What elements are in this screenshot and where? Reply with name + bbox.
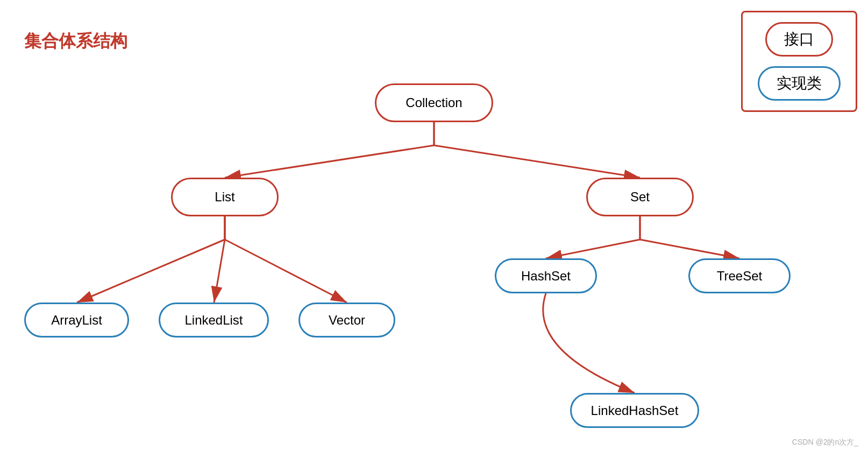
svg-line-12	[546, 240, 640, 258]
page-title: 集合体系结构	[24, 30, 127, 53]
watermark: CSDN @2的n次方_	[792, 438, 858, 447]
diagram-lines	[0, 0, 868, 457]
legend-impl-label: 实现类	[758, 66, 841, 101]
legend-impl-item: 实现类	[758, 66, 841, 101]
node-linkedlist: LinkedList	[159, 303, 269, 338]
svg-line-8	[214, 240, 225, 303]
svg-line-10	[225, 240, 347, 303]
node-set: Set	[586, 178, 694, 216]
legend-interface-item: 接口	[758, 22, 841, 57]
node-vector: Vector	[298, 303, 395, 338]
legend-interface-label: 接口	[765, 22, 833, 57]
node-treeset: TreeSet	[688, 258, 791, 293]
svg-line-2	[225, 145, 434, 178]
svg-line-14	[640, 240, 739, 258]
node-list: List	[171, 178, 279, 216]
node-arraylist: ArrayList	[24, 303, 129, 338]
legend-box: 接口 实现类	[741, 11, 857, 112]
node-collection: Collection	[375, 83, 493, 122]
svg-line-4	[434, 145, 640, 178]
svg-line-6	[77, 240, 225, 303]
node-linkedhashset: LinkedHashSet	[570, 393, 699, 428]
node-hashset: HashSet	[495, 258, 597, 293]
